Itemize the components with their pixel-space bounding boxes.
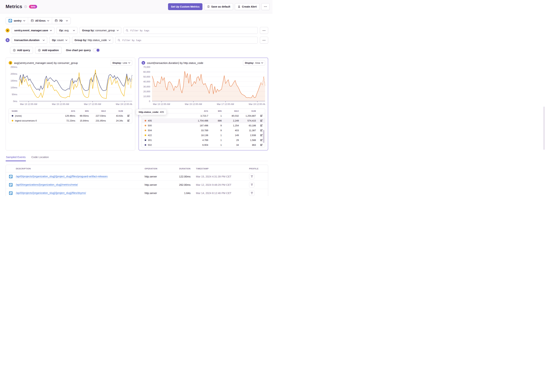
query-badge-b: b (142, 61, 145, 65)
add-equation-button[interactable]: Add equation (35, 47, 62, 54)
summary-row[interactable]: 500187.49691,25463,186 (142, 123, 265, 128)
series-name: 301 (148, 139, 152, 141)
summary-column-name: NAME (12, 110, 55, 112)
summary-row[interactable]: (none)129.46ms69.55ms227.03ms43.63s (9, 113, 132, 118)
x-axis-tick-mark (161, 101, 162, 102)
one-chart-per-query-toggle[interactable] (93, 48, 100, 52)
x-axis: Mar 13 12:00 AMMar 15 12:00 AMMar 17 12:… (19, 101, 132, 107)
query-badge-b: b (6, 38, 10, 42)
chevron-down-icon (117, 30, 119, 31)
series-color-dot (145, 139, 146, 141)
event-description-link[interactable]: /api/0/projects/{organization_slug}/{pro… (16, 175, 107, 178)
date-range-select[interactable]: 7D (52, 18, 71, 24)
series-name-cell: 422 (145, 134, 187, 137)
chevron-down-icon (66, 20, 68, 21)
event-description-link[interactable]: /api/0/organizations/{organization_slug}… (16, 183, 78, 186)
summary-row[interactable]: 3014.7691291,588 (142, 138, 265, 142)
x-axis-tick-label: Mar 13 12:00 AM (153, 103, 170, 105)
help-icon[interactable]: ? (24, 5, 27, 8)
y-axis-tick-label: 70,000 (143, 66, 150, 68)
project-select-value: sentry (14, 19, 22, 22)
series-sum: 1,254,887 (239, 115, 256, 117)
alert-siren-icon (238, 5, 241, 8)
event-operation: http.server (145, 175, 175, 178)
y-axis-tick-label: 0ms (13, 100, 17, 103)
summary-column-sum: SUM (106, 110, 123, 112)
open-profile-button[interactable] (249, 190, 254, 196)
tab-code-location[interactable]: Code Location (31, 155, 49, 161)
op-select-b[interactable]: Op: count (49, 37, 70, 43)
series-avg: 1,704.496 (187, 119, 208, 122)
y-axis-tick-label: 10,000 (143, 95, 150, 98)
event-platform-icon (6, 175, 16, 178)
series-color-dot (145, 144, 146, 146)
series-sum: 863 (239, 144, 256, 146)
series-name-cell: (none) (12, 115, 55, 117)
filter-lines-icon (260, 139, 263, 141)
filter-lines-icon (260, 129, 263, 131)
filter-lines-icon (260, 134, 263, 136)
summary-row[interactable]: ingest-occurrences-072.23ms15.84ms231.85… (9, 118, 132, 123)
groupby-select-a[interactable]: Group by: consumer_group (80, 27, 121, 34)
focus-series-button[interactable] (256, 129, 264, 131)
y-axis-tick-label: 50ms (12, 93, 17, 96)
line-chart-canvas[interactable] (19, 67, 132, 101)
focus-series-button[interactable] (256, 115, 264, 117)
open-profile-button[interactable] (249, 182, 254, 188)
summary-row[interactable]: 42218.13611492,938 (142, 133, 265, 138)
header-more-button[interactable]: ⋯ (261, 3, 270, 10)
save-as-default-button[interactable]: Save as default (204, 3, 233, 10)
display-select-b[interactable]: Display:Area (243, 60, 265, 66)
svg-text:?: ? (25, 6, 26, 7)
y-axis-tick-label: 40,000 (143, 80, 150, 83)
create-alert-button[interactable]: Create Alert (235, 3, 260, 10)
query-b-more-button[interactable]: ⋯ (260, 37, 268, 43)
y-axis-tick-label: 60,000 (143, 71, 150, 73)
setup-custom-metrics-button[interactable]: Set Up Custom Metrics (168, 3, 202, 10)
metric-select-b[interactable]: transaction.duration (12, 37, 47, 43)
summary-row[interactable]: 5026.904134863 (142, 142, 265, 147)
filter-lines-icon (260, 120, 263, 122)
summary-row[interactable]: 4051,704.4968862,249574,415 (142, 118, 265, 123)
focus-series-button[interactable] (256, 144, 264, 146)
environment-select[interactable]: All Envs (28, 18, 52, 24)
chart-card-b[interactable]: b count(transaction.duration) by http.st… (138, 58, 268, 150)
series-min: 1 (208, 144, 222, 146)
x-axis-tick-mark (60, 101, 61, 102)
x-axis-tick-mark (28, 101, 29, 102)
chevron-down-icon (50, 30, 52, 31)
tag-filter-input-a[interactable] (130, 29, 255, 32)
query-a-more-button[interactable]: ⋯ (260, 27, 268, 34)
display-select-a[interactable]: Display:Line (111, 60, 132, 66)
project-select[interactable]: sentry (6, 18, 28, 24)
y-axis-tick-label: 150ms (10, 80, 17, 82)
focus-series-button[interactable] (256, 139, 264, 141)
y-axis-tick-label: 100ms (10, 86, 17, 89)
event-description-link[interactable]: /api/0/projects/{organization_slug}/{pro… (16, 191, 86, 195)
area-chart-canvas[interactable] (152, 67, 265, 101)
metric-select-a[interactable]: sentry.event_manager.save (12, 27, 54, 34)
chart-card-a[interactable]: a avg(sentry.event_manager.save) by cons… (6, 58, 135, 150)
tab-sampled-events[interactable]: Sampled Events (6, 155, 26, 161)
groupby-select-b[interactable]: Group by: http.status_code (72, 37, 113, 43)
focus-series-button[interactable] (123, 120, 130, 122)
calendar-icon (55, 19, 58, 22)
series-avg: 33.789 (187, 129, 208, 132)
page-filter-bar: sentry All Envs 7D (6, 17, 71, 24)
focus-series-button[interactable] (256, 125, 264, 127)
open-profile-button[interactable] (249, 174, 254, 179)
focus-series-button[interactable] (123, 115, 130, 117)
chart-area-b: 010,00020,00030,00040,00050,00060,00070,… (142, 67, 265, 101)
event-row: /api/0/projects/{organization_slug}/{pro… (6, 189, 268, 196)
tag-filter-input-b[interactable] (122, 39, 255, 42)
add-query-button[interactable]: Add query (10, 47, 33, 54)
plus-circle-icon (38, 49, 41, 52)
table-scrollbar-thumb[interactable] (263, 130, 264, 143)
event-duration: 1.64s (175, 192, 196, 195)
y-axis: 010,00020,00030,00040,00050,00060,00070,… (142, 67, 152, 101)
summary-row[interactable]: 50433.789940311,387 (142, 128, 265, 133)
profiling-icon (251, 184, 253, 186)
op-select-a[interactable]: Op: avg (56, 27, 77, 34)
focus-series-button[interactable] (256, 120, 264, 122)
focus-series-button[interactable] (256, 134, 264, 136)
